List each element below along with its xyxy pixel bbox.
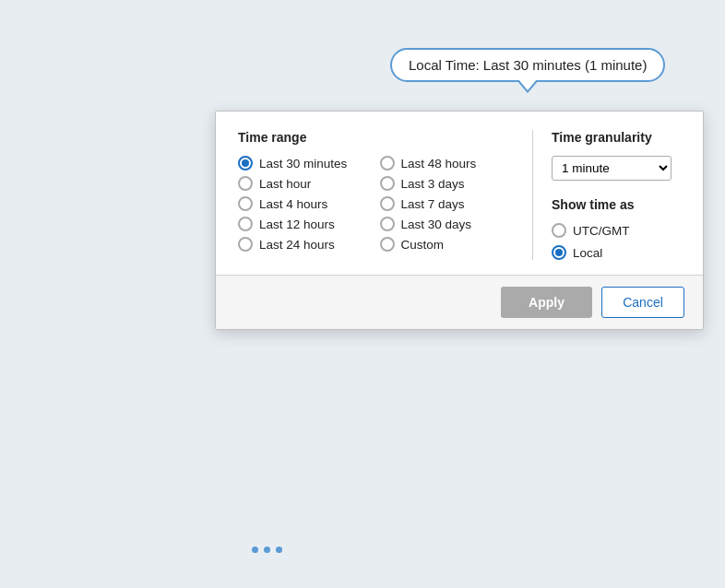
- radio-last-4-hours[interactable]: Last 4 hours: [238, 196, 373, 211]
- dots-decoration: [252, 547, 282, 553]
- cancel-button[interactable]: Cancel: [601, 287, 684, 318]
- dot-2: [264, 547, 270, 553]
- radio-label-last-hour: Last hour: [259, 177, 311, 191]
- radio-label-last-7-days: Last 7 days: [401, 197, 465, 211]
- time-range-title: Time range: [238, 130, 514, 145]
- apply-button[interactable]: Apply: [501, 287, 592, 318]
- radio-last-24-hours[interactable]: Last 24 hours: [238, 237, 373, 252]
- radio-label-last-12-hours: Last 12 hours: [259, 218, 335, 231]
- radio-last-12-hours[interactable]: Last 12 hours: [238, 217, 373, 231]
- dot-3: [276, 547, 282, 553]
- page-wrapper: Local Time: Last 30 minutes (1 minute) T…: [0, 0, 725, 588]
- granularity-dropdown[interactable]: 1 minute 5 minutes 10 minutes 30 minutes…: [552, 156, 672, 181]
- granularity-select-wrapper[interactable]: 1 minute 5 minutes 10 minutes 30 minutes…: [552, 156, 681, 181]
- time-range-dialog: Time range Last 30 minutes Last 48 hours: [215, 111, 704, 330]
- radio-last-3-days[interactable]: Last 3 days: [380, 176, 515, 191]
- radio-utcgmt[interactable]: UTC/GMT: [552, 223, 681, 238]
- dot-1: [252, 547, 258, 553]
- radio-label-last-3-days: Last 3 days: [401, 177, 465, 191]
- tooltip-bubble: Local Time: Last 30 minutes (1 minute): [390, 48, 665, 82]
- radio-label-last-30-min: Last 30 minutes: [259, 157, 347, 171]
- time-range-grid: Last 30 minutes Last 48 hours Last hour …: [238, 156, 514, 252]
- radio-last-30-days[interactable]: Last 30 days: [380, 217, 515, 231]
- radio-last-7-days[interactable]: Last 7 days: [380, 196, 515, 211]
- radio-label-custom: Custom: [401, 238, 445, 252]
- radio-local[interactable]: Local: [552, 245, 681, 260]
- dialog-footer: Apply Cancel: [216, 275, 703, 329]
- time-granularity-title: Time granularity: [552, 130, 681, 145]
- radio-label-last-4-hours: Last 4 hours: [259, 197, 327, 211]
- radio-label-utcgmt: UTC/GMT: [573, 224, 630, 238]
- radio-label-local: Local: [573, 246, 602, 260]
- time-range-panel: Time range Last 30 minutes Last 48 hours: [238, 130, 533, 260]
- radio-label-last-30-days: Last 30 days: [401, 218, 472, 231]
- right-panel: Time granularity 1 minute 5 minutes 10 m…: [533, 130, 681, 260]
- show-time-as-title: Show time as: [552, 197, 681, 212]
- radio-custom[interactable]: Custom: [380, 237, 515, 252]
- radio-last-30-min[interactable]: Last 30 minutes: [238, 156, 373, 171]
- radio-last-48-hours[interactable]: Last 48 hours: [380, 156, 515, 171]
- radio-label-last-24-hours: Last 24 hours: [259, 238, 335, 252]
- dialog-body: Time range Last 30 minutes Last 48 hours: [216, 112, 703, 275]
- radio-last-hour[interactable]: Last hour: [238, 176, 373, 191]
- radio-label-last-48-hours: Last 48 hours: [401, 157, 477, 171]
